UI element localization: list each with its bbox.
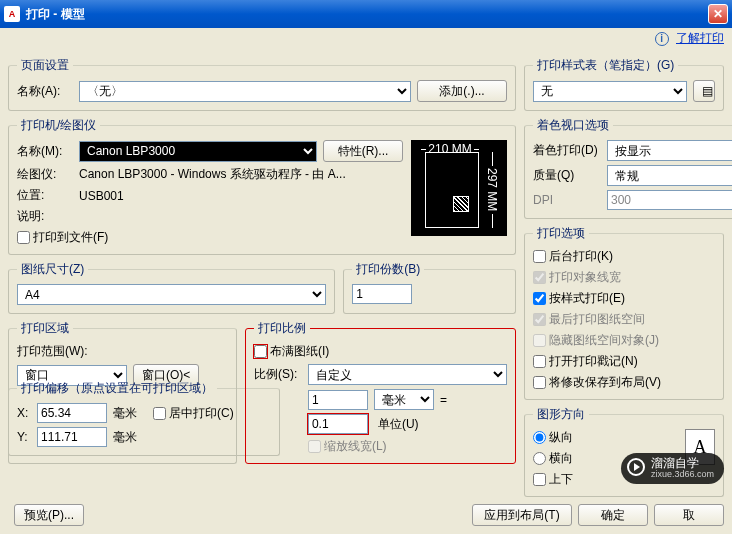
add-button[interactable]: 添加(.)... <box>417 80 507 102</box>
printer-name-select[interactable]: Canon LBP3000 <box>79 141 317 162</box>
x-unit: 毫米 <box>113 405 137 422</box>
opt-paperspace: 最后打印图纸空间 <box>533 311 645 328</box>
range-label: 打印范围(W): <box>17 344 88 358</box>
options-group: 打印选项 后台打印(K) 打印对象线宽 按样式打印(E) 最后打印图纸空间 隐藏… <box>524 225 724 400</box>
orient-portrait[interactable]: 纵向 <box>533 429 573 446</box>
paper-size-legend: 图纸尺寸(Z) <box>17 261 88 278</box>
y-input[interactable] <box>37 427 107 447</box>
watermark: 溜溜自学 zixue.3d66.com <box>621 453 724 484</box>
printer-name-label: 名称(M): <box>17 143 73 160</box>
cancel-button[interactable]: 取 <box>654 504 724 526</box>
page-name-select[interactable]: 〈无〉 <box>79 81 411 102</box>
page-setup-legend: 页面设置 <box>17 57 73 74</box>
paper-preview: 210 MM 297 MM <box>411 140 507 236</box>
scale-legend: 打印比例 <box>254 320 310 337</box>
opt-bg[interactable]: 后台打印(K) <box>533 248 613 265</box>
shade-select[interactable]: 按显示 <box>607 140 732 161</box>
printer-group: 打印机/绘图仪 名称(M): Canon LBP3000 特性(R)... 绘图… <box>8 117 516 255</box>
close-button[interactable]: ✕ <box>708 4 728 24</box>
options-legend: 打印选项 <box>533 225 589 242</box>
orientation-legend: 图形方向 <box>533 406 589 423</box>
orient-landscape[interactable]: 横向 <box>533 450 573 467</box>
help-link[interactable]: 了解打印 <box>676 31 724 45</box>
equals: = <box>440 393 447 407</box>
plot-style-edit-button[interactable]: ▤ <box>693 80 715 102</box>
scale-num-unit[interactable]: 毫米 <box>374 389 434 410</box>
center-checkbox[interactable]: 居中打印(C) <box>153 405 234 422</box>
fit-checkbox[interactable]: 布满图纸(I) <box>254 343 329 360</box>
x-label: X: <box>17 406 31 420</box>
plot-style-group: 打印样式表（笔指定）(G) 无 ▤ <box>524 57 724 111</box>
opt-hide: 隐藏图纸空间对象(J) <box>533 332 659 349</box>
page-name-label: 名称(A): <box>17 83 73 100</box>
offset-legend: 打印偏移（原点设置在可打印区域） <box>17 380 217 397</box>
window-title: 打印 - 模型 <box>26 6 708 23</box>
scale-den-unit: 单位(U) <box>378 416 419 433</box>
scale-den-input[interactable] <box>308 414 368 434</box>
opt-style[interactable]: 按样式打印(E) <box>533 290 625 307</box>
viewport-legend: 着色视口选项 <box>533 117 613 134</box>
ok-button[interactable]: 确定 <box>578 504 648 526</box>
y-label: Y: <box>17 430 31 444</box>
quality-select[interactable]: 常规 <box>607 165 732 186</box>
copies-input[interactable] <box>352 284 412 304</box>
apply-button[interactable]: 应用到布局(T) <box>472 504 572 526</box>
app-icon: A <box>4 6 20 22</box>
plot-style-legend: 打印样式表（笔指定）(G) <box>533 57 678 74</box>
y-unit: 毫米 <box>113 429 137 446</box>
orient-upside[interactable]: 上下 <box>533 471 573 488</box>
opt-lw: 打印对象线宽 <box>533 269 621 286</box>
dpi-input <box>607 190 732 210</box>
printer-legend: 打印机/绘图仪 <box>17 117 100 134</box>
ratio-label: 比例(S): <box>254 366 302 383</box>
play-icon <box>627 458 645 476</box>
info-icon: i <box>655 32 669 46</box>
ratio-select[interactable]: 自定义 <box>308 364 507 385</box>
print-to-file-checkbox[interactable]: 打印到文件(F) <box>17 229 108 246</box>
viewport-group: 着色视口选项 着色打印(D) 按显示 质量(Q) 常规 DPI <box>524 117 732 219</box>
opt-stamp[interactable]: 打开打印戳记(N) <box>533 353 638 370</box>
paper-size-select[interactable]: A4 <box>17 284 326 305</box>
shade-label: 着色打印(D) <box>533 142 601 159</box>
scale-num-input[interactable] <box>308 390 368 410</box>
print-scale-group: 打印比例 布满图纸(I) 比例(S): 自定义 毫米 = 单位(U <box>245 320 516 464</box>
x-input[interactable] <box>37 403 107 423</box>
dpi-label: DPI <box>533 193 601 207</box>
opt-save[interactable]: 将修改保存到布局(V) <box>533 374 661 391</box>
preview-button[interactable]: 预览(P)... <box>14 504 84 526</box>
quality-label: 质量(Q) <box>533 167 601 184</box>
printer-props-button[interactable]: 特性(R)... <box>323 140 403 162</box>
loc-label: 位置: <box>17 187 73 204</box>
print-area-legend: 打印区域 <box>17 320 73 337</box>
loc-value: USB001 <box>79 189 124 203</box>
copies-group: 打印份数(B) <box>343 261 516 314</box>
scale-lw-checkbox: 缩放线宽(L) <box>308 438 387 455</box>
desc-label: 说明: <box>17 208 73 225</box>
paper-size-group: 图纸尺寸(Z) A4 <box>8 261 335 314</box>
plot-style-select[interactable]: 无 <box>533 81 687 102</box>
plotter-label: 绘图仪: <box>17 166 73 183</box>
plotter-value: Canon LBP3000 - Windows 系统驱动程序 - 由 A... <box>79 166 346 183</box>
page-setup-group: 页面设置 名称(A): 〈无〉 添加(.)... <box>8 57 516 111</box>
copies-legend: 打印份数(B) <box>352 261 424 278</box>
